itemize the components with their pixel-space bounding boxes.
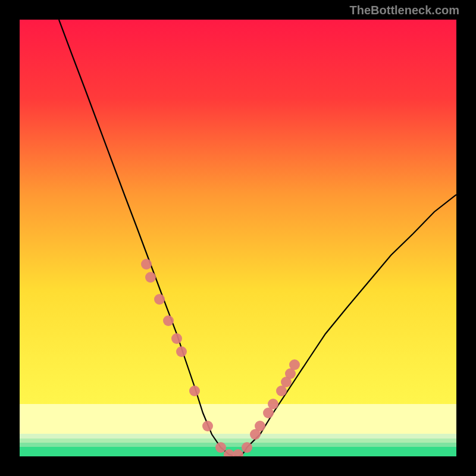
chart-svg: [20, 20, 456, 456]
watermark-text: TheBottleneck.com: [350, 4, 459, 17]
band-lightgreen3: [20, 434, 456, 439]
svg-point-4: [171, 333, 182, 344]
svg-point-6: [189, 386, 200, 396]
band-lightgreen2: [20, 439, 456, 443]
svg-point-1: [145, 272, 156, 283]
svg-point-15: [268, 399, 278, 409]
band-pale: [20, 404, 456, 434]
svg-point-5: [176, 346, 187, 357]
svg-point-7: [202, 421, 213, 431]
svg-point-19: [289, 359, 300, 370]
svg-point-13: [255, 421, 265, 431]
svg-point-0: [141, 259, 152, 270]
band-lightgreen1: [20, 443, 456, 447]
gradient-bg: [20, 20, 456, 456]
svg-point-8: [215, 442, 226, 453]
svg-point-2: [154, 294, 165, 305]
svg-point-11: [242, 442, 252, 453]
plot-area: [20, 20, 456, 456]
chart-container: TheBottleneck.com: [0, 0, 476, 476]
svg-point-3: [163, 315, 174, 326]
